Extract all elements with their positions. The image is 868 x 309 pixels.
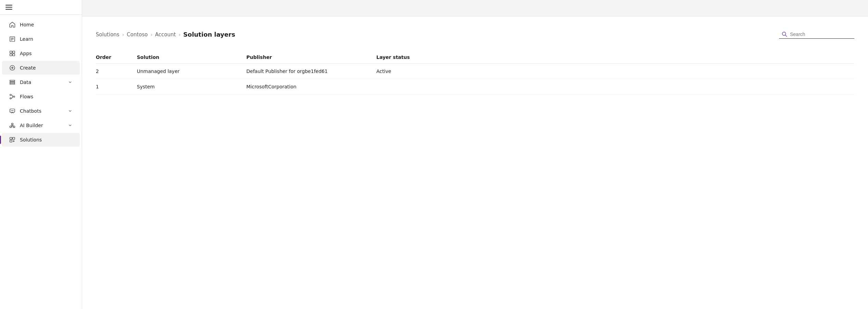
cell-solution-2: System [137,79,246,95]
svg-point-21 [12,123,13,125]
sidebar-item-label-create: Create [20,65,73,71]
search-icon [782,32,787,37]
svg-rect-12 [10,82,15,83]
sidebar-item-ai-builder[interactable]: AI Builder [2,119,80,132]
cell-status-1: Active [376,64,854,79]
search-box [779,30,854,39]
col-header-layer-status: Layer status [376,51,854,64]
breadcrumb: Solutions › Contoso › Account › Solution… [96,31,235,38]
top-bar [82,0,868,16]
sidebar-item-label-data: Data [20,79,63,85]
learn-icon [9,36,16,42]
cell-order-1: 2 [96,64,137,79]
create-icon [9,64,16,71]
sidebar-item-create[interactable]: Create [2,61,80,75]
svg-rect-11 [10,80,15,81]
svg-rect-6 [10,54,12,56]
solutions-icon [9,136,16,143]
svg-rect-5 [13,51,15,53]
svg-point-16 [10,98,11,99]
svg-rect-4 [10,51,12,53]
col-header-solution: Solution [137,51,246,64]
sidebar-item-flows[interactable]: Flows [2,90,80,103]
ai-builder-chevron-icon [67,123,73,128]
home-icon [9,21,16,28]
svg-rect-28 [13,137,15,139]
cell-publisher-2: MicrosoftCorporation [246,79,376,95]
sidebar-item-label-ai-builder: AI Builder [20,123,63,128]
svg-point-32 [782,32,786,36]
chatbots-icon [9,108,16,114]
svg-rect-29 [10,140,12,142]
table-header: Order Solution Publisher Layer status [96,51,854,64]
sidebar-item-label-flows: Flows [20,94,73,99]
sidebar-item-chatbots[interactable]: Chatbots [2,104,80,118]
sidebar-item-label-solutions: Solutions [20,137,73,143]
breadcrumb-sep-2: › [151,32,153,37]
hamburger-menu-button[interactable] [5,5,12,10]
cell-order-2: 1 [96,79,137,95]
sidebar-item-solutions[interactable]: Solutions [2,133,80,147]
svg-line-33 [786,35,787,37]
main-content: Solutions › Contoso › Account › Solution… [82,0,868,309]
sidebar-item-data[interactable]: Data [2,75,80,89]
svg-point-15 [13,96,15,97]
ai-builder-icon [9,122,16,129]
svg-point-14 [10,94,11,96]
breadcrumb-account[interactable]: Account [155,32,176,38]
svg-point-23 [13,126,15,128]
sidebar-item-label-chatbots: Chatbots [20,108,63,114]
col-header-publisher: Publisher [246,51,376,64]
sidebar-item-label-learn: Learn [20,36,73,42]
sidebar-header [0,0,82,15]
content-area: Solutions › Contoso › Account › Solution… [82,16,868,309]
col-header-order: Order [96,51,137,64]
svg-point-19 [12,110,13,111]
search-input[interactable] [790,32,850,37]
svg-point-22 [10,126,12,128]
svg-rect-27 [10,137,12,139]
flows-icon [9,93,16,100]
sidebar-nav: Home Learn [0,15,82,150]
sidebar: Home Learn [0,0,82,309]
table-row: 2 Unmanaged layer Default Publisher for … [96,64,854,79]
table-body: 2 Unmanaged layer Default Publisher for … [96,64,854,95]
sidebar-item-label-home: Home [20,22,73,27]
breadcrumb-solutions[interactable]: Solutions [96,32,119,38]
svg-rect-13 [10,83,15,84]
svg-point-18 [11,110,12,111]
sidebar-item-label-apps: Apps [20,51,73,56]
apps-icon [9,50,16,57]
svg-line-24 [11,125,12,126]
data-icon [9,79,16,86]
breadcrumb-contoso[interactable]: Contoso [127,32,148,38]
cell-publisher-1: Default Publisher for orgbe1fed61 [246,64,376,79]
solution-layers-table: Order Solution Publisher Layer status 2 … [96,51,854,95]
table-row: 1 System MicrosoftCorporation [96,79,854,95]
svg-point-20 [13,110,14,111]
sidebar-item-home[interactable]: Home [2,18,80,32]
svg-line-25 [12,125,13,126]
breadcrumb-sep-3: › [179,32,181,37]
sidebar-item-learn[interactable]: Learn [2,32,80,46]
sidebar-item-apps[interactable]: Apps [2,47,80,60]
cell-status-2 [376,79,854,95]
data-chevron-icon [67,79,73,85]
chatbots-chevron-icon [67,108,73,114]
cell-solution-1: Unmanaged layer [137,64,246,79]
svg-rect-7 [13,54,15,56]
breadcrumb-current: Solution layers [183,31,235,38]
breadcrumb-sep-1: › [122,32,124,37]
breadcrumb-row: Solutions › Contoso › Account › Solution… [96,30,854,39]
